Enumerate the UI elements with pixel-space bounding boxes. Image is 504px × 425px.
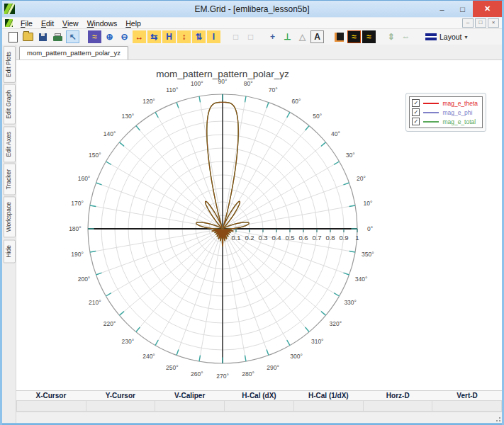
- menu-edit[interactable]: Edit: [37, 19, 58, 28]
- axes-marker-icon[interactable]: ⊥: [281, 30, 294, 43]
- angle-label-210: 210°: [89, 299, 101, 306]
- text-label-icon[interactable]: A: [310, 30, 324, 43]
- angle-label-50: 50°: [313, 113, 322, 120]
- rim-tick: [306, 327, 309, 332]
- radial-label-0.5: 0.5: [285, 234, 294, 242]
- mdi-minimize-button[interactable]: –: [462, 18, 474, 28]
- sidebar-tab-edit-plots[interactable]: Edit Plots: [4, 46, 16, 83]
- rim-tick: [90, 251, 96, 252]
- fit-x-icon[interactable]: H: [162, 30, 176, 43]
- angle-label-320: 320°: [330, 320, 342, 327]
- pointer-tool-icon[interactable]: ↖: [66, 30, 79, 43]
- menu-help[interactable]: Help: [121, 19, 145, 28]
- angle-label-230: 230°: [121, 339, 134, 346]
- menu-windows[interactable]: Windows: [83, 19, 122, 28]
- resize-grip-icon[interactable]: [494, 415, 501, 422]
- legend-label-mag_e_total: mag_e_total: [442, 118, 476, 125]
- grid-spoke: [177, 103, 221, 225]
- grid-spoke: [96, 183, 218, 227]
- angle-label-160: 160°: [78, 175, 91, 182]
- menu-view[interactable]: View: [58, 19, 83, 28]
- app-window: EM.Grid - [emlibera_lesson5b] – □ ✕ File…: [0, 0, 504, 425]
- sidebar-tab-edit-axes[interactable]: Edit Axes: [4, 126, 16, 162]
- legend-line-swatch: [423, 121, 439, 123]
- sidebar-tab-workspace[interactable]: Workspace: [4, 196, 16, 237]
- fit-y-icon[interactable]: I: [207, 30, 220, 43]
- legend-label-mag_e_theta: mag_e_theta: [442, 100, 478, 107]
- minimize-button[interactable]: –: [432, 1, 452, 17]
- angle-label-70: 70°: [269, 87, 278, 94]
- angle-label-100: 100°: [191, 81, 203, 88]
- rim-tick: [321, 312, 326, 315]
- mdi-close-button[interactable]: ×: [488, 18, 499, 28]
- chevron-down-icon: ▾: [465, 34, 468, 40]
- expand-y-icon[interactable]: ↕: [177, 30, 191, 43]
- rim-tick: [155, 341, 158, 346]
- legend-panel[interactable]: ✓mag_e_theta✓mag_e_phi✓mag_e_total: [405, 93, 486, 132]
- cursor-value-cell: [432, 400, 502, 412]
- compress-y-icon[interactable]: ⇅: [192, 30, 206, 43]
- grid-spoke: [177, 233, 221, 356]
- angle-label-10: 10°: [363, 200, 372, 207]
- zoom-in-icon[interactable]: ⊕: [103, 30, 116, 43]
- window-title: EM.Grid - [emlibera_lesson5b]: [2, 4, 502, 14]
- curve-window-active-icon[interactable]: ≈: [347, 30, 361, 43]
- angle-label-90: 90°: [218, 78, 228, 85]
- close-button[interactable]: ✕: [473, 1, 502, 17]
- rim-tick: [106, 293, 111, 296]
- legend: ✓mag_e_theta✓mag_e_phi✓mag_e_total: [409, 96, 483, 128]
- cursor-col-header-h-cal-dx-: H-Cal (dX): [225, 391, 294, 400]
- sidebar-tab-tracker[interactable]: Tracker: [4, 164, 16, 196]
- legend-checkbox-mag_e_total[interactable]: ✓: [412, 118, 420, 125]
- layout-button[interactable]: Layout ▾: [422, 31, 471, 42]
- angle-label-20: 20°: [357, 175, 366, 182]
- angle-label-170: 170°: [71, 200, 84, 207]
- sidebar-tab-hide[interactable]: Hide: [4, 239, 16, 263]
- new-file-icon[interactable]: [6, 30, 20, 43]
- grid-spoke: [96, 230, 218, 275]
- pan-zoom-mode-icon[interactable]: ≈: [88, 30, 101, 43]
- save-icon[interactable]: [36, 30, 50, 43]
- open-file-icon[interactable]: [21, 30, 35, 43]
- rim-tick: [106, 162, 111, 164]
- rim-tick: [96, 273, 101, 275]
- rim-tick: [267, 350, 269, 356]
- angle-label-0: 0°: [367, 225, 373, 232]
- rim-tick: [177, 103, 179, 108]
- rim-tick: [245, 356, 246, 361]
- layout-icon: [425, 33, 437, 40]
- angle-label-240: 240°: [142, 353, 155, 361]
- sidebar-tab-edit-graph[interactable]: Edit Graph: [4, 84, 16, 125]
- rim-tick: [136, 126, 140, 131]
- radial-label-0.6: 0.6: [298, 234, 308, 242]
- print-icon[interactable]: [51, 30, 65, 43]
- title-bar[interactable]: EM.Grid - [emlibera_lesson5b] – □ ✕: [2, 1, 502, 17]
- compress-x-icon[interactable]: ⇆: [147, 30, 161, 43]
- cursor-col-header-vert-d: Vert-D: [432, 391, 502, 400]
- palette-icon[interactable]: [332, 30, 346, 43]
- radial-label-0.1: 0.1: [231, 234, 240, 242]
- tab-mom-pattern-polar-yz[interactable]: mom_pattern_pattern_polar_yz: [19, 46, 128, 60]
- menu-file[interactable]: File: [16, 19, 37, 28]
- angle-label-330: 330°: [344, 299, 357, 306]
- legend-row-mag_e_total: ✓mag_e_total: [412, 117, 478, 126]
- angle-label-350: 350°: [362, 251, 374, 259]
- cursor-col-header-x-cursor: X-Cursor: [16, 391, 86, 400]
- zoom-out-icon[interactable]: ⊖: [118, 30, 131, 43]
- document-logo-icon: [5, 19, 13, 27]
- rim-tick: [119, 142, 124, 146]
- angle-label-280: 280°: [242, 370, 254, 378]
- maximize-button[interactable]: □: [452, 1, 473, 17]
- legend-checkbox-mag_e_phi[interactable]: ✓: [412, 108, 420, 116]
- crosshair-icon[interactable]: +: [266, 30, 279, 43]
- cursor-readout-table: X-CursorY-CursorV-CaliperH-Cal (dX)H-Cal…: [16, 390, 502, 412]
- grid-spoke: [226, 183, 349, 227]
- rim-tick: [199, 96, 200, 102]
- angle-label-150: 150°: [89, 152, 101, 159]
- expand-x-icon[interactable]: ↔: [133, 30, 146, 43]
- curve-window-icon[interactable]: ≈: [362, 30, 376, 43]
- mdi-restore-button[interactable]: □: [475, 18, 486, 28]
- legend-checkbox-mag_e_theta[interactable]: ✓: [412, 99, 420, 107]
- angle-label-200: 200°: [78, 276, 91, 283]
- angle-label-120: 120°: [142, 98, 155, 105]
